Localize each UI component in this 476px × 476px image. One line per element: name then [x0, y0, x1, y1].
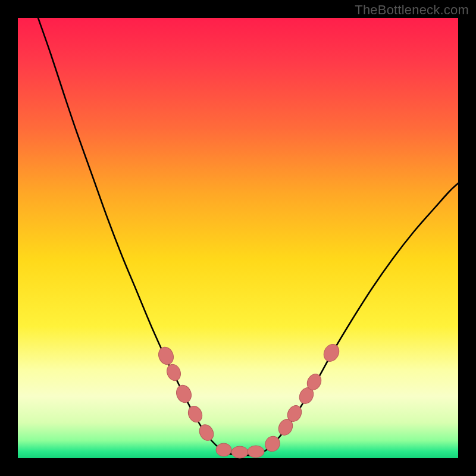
curves — [38, 18, 458, 455]
plot-area — [18, 18, 458, 458]
marker-13 — [321, 342, 342, 364]
marker-0 — [156, 345, 176, 367]
scatter-markers — [156, 342, 342, 458]
marker-5 — [216, 443, 231, 456]
marker-1 — [165, 362, 183, 383]
marker-2 — [174, 383, 193, 405]
marker-3 — [186, 404, 205, 425]
curve-right-curve — [255, 183, 458, 455]
marker-7 — [248, 446, 264, 458]
chart-frame: TheBottleneck.com — [0, 0, 476, 476]
watermark-label: TheBottleneck.com — [355, 2, 469, 18]
marker-6 — [231, 446, 248, 458]
curve-left-curve — [38, 18, 238, 455]
curve-layer — [18, 18, 458, 458]
